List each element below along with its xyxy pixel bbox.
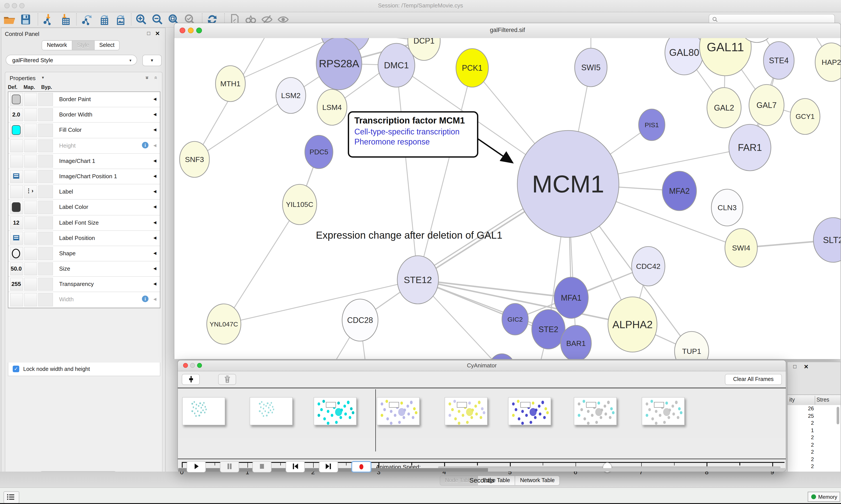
property-row[interactable]: Image/Chart Position 1◀	[8, 169, 160, 184]
frame-thumbnail-1[interactable]	[182, 397, 225, 425]
expand-property-icon[interactable]: ◀	[153, 97, 156, 101]
bypass-cell[interactable]	[38, 293, 53, 306]
mapping-cell[interactable]	[24, 231, 37, 245]
timeline[interactable]: 0123456789 Seconds	[178, 389, 786, 438]
table-row[interactable]: 2	[788, 419, 841, 427]
mapping-cell[interactable]	[24, 293, 37, 306]
bypass-cell[interactable]	[38, 124, 53, 137]
zoom-in-icon[interactable]	[135, 14, 147, 25]
bypass-cell[interactable]	[38, 201, 53, 214]
style-options-button[interactable]: ▼	[142, 55, 162, 66]
default-value[interactable]: 2.0	[9, 111, 23, 118]
default-value[interactable]: 255	[9, 281, 23, 287]
property-row[interactable]: Heighti◀	[8, 138, 160, 154]
mapping-cell[interactable]	[24, 139, 37, 152]
table-row[interactable]: 25	[788, 412, 841, 419]
property-row[interactable]: Widthi◀	[8, 292, 160, 308]
table-row[interactable]: 2	[788, 434, 841, 441]
property-row[interactable]: 50.0Size◀	[8, 262, 160, 277]
color-swatch[interactable]	[12, 125, 21, 135]
record-button[interactable]	[351, 461, 372, 472]
expand-property-icon[interactable]: ◀	[153, 282, 156, 286]
network-edge[interactable]	[195, 95, 291, 159]
open-session-icon[interactable]	[3, 14, 15, 25]
property-row[interactable]: Fill Color◀	[8, 123, 160, 138]
expand-property-icon[interactable]: ◀	[153, 220, 156, 224]
table-row[interactable]: 1	[788, 427, 841, 434]
cyanimator-titlebar[interactable]: CyAnimator	[178, 360, 786, 371]
network-window-titlebar[interactable]: galFiltered.sif	[174, 23, 841, 38]
position-icon[interactable]	[13, 174, 19, 179]
default-cell[interactable]	[10, 293, 23, 306]
property-row[interactable]: Label Position◀	[8, 231, 160, 246]
property-row[interactable]: ⋮›Label◀	[8, 184, 160, 200]
control-panel-close-icon[interactable]: ✕	[155, 30, 160, 37]
bypass-cell[interactable]	[38, 170, 53, 183]
property-row[interactable]: Image/Chart 1◀	[8, 154, 160, 169]
control-panel-float-icon[interactable]: □	[147, 30, 150, 36]
network-edge[interactable]	[418, 68, 472, 280]
property-row[interactable]: Label Color◀	[8, 200, 160, 215]
table-row[interactable]: 2	[788, 456, 841, 463]
export-network-icon[interactable]	[80, 14, 92, 25]
table-column-stress[interactable]: Stres	[817, 397, 829, 403]
skip-end-button[interactable]	[319, 461, 338, 472]
default-value[interactable]: 50.0	[9, 265, 23, 272]
stop-button[interactable]	[252, 461, 272, 472]
table-panel-close-icon[interactable]: ✕	[804, 363, 809, 370]
tab-select[interactable]: Select	[94, 40, 120, 50]
export-table-icon[interactable]	[97, 14, 109, 25]
collapse-all-icon[interactable]: »	[152, 76, 159, 79]
annotation-link[interactable]: Cell-type-specific transcription	[354, 127, 472, 137]
property-row[interactable]: 12Label Font Size◀	[8, 215, 160, 231]
color-swatch[interactable]	[12, 202, 21, 212]
expand-property-icon[interactable]: ◀	[153, 297, 156, 302]
bypass-cell[interactable]	[38, 155, 53, 168]
expand-property-icon[interactable]: ◀	[153, 143, 156, 147]
task-history-button[interactable]	[3, 491, 19, 504]
expand-property-icon[interactable]: ◀	[153, 189, 156, 194]
expand-property-icon[interactable]: ◀	[153, 159, 156, 163]
table-row[interactable]: 2	[788, 463, 841, 470]
expand-property-icon[interactable]: ◀	[153, 251, 156, 255]
property-row[interactable]: 2.0Border Width◀	[8, 107, 160, 123]
save-session-icon[interactable]	[20, 14, 32, 25]
frame-thumbnail-3[interactable]	[314, 397, 357, 425]
bypass-cell[interactable]	[38, 185, 53, 198]
mcm1-annotation[interactable]: Transcription factor MCM1 Cell-type-spec…	[348, 111, 478, 158]
mapping-cell[interactable]	[24, 155, 37, 168]
import-network-icon[interactable]	[42, 14, 54, 25]
network-edge[interactable]	[224, 204, 300, 324]
bypass-cell[interactable]	[38, 278, 53, 291]
frame-thumbnail-6[interactable]	[508, 397, 551, 425]
bypass-cell[interactable]	[38, 262, 53, 275]
mapping-cell[interactable]	[24, 216, 37, 229]
lock-size-checkbox[interactable]: ✓	[13, 366, 19, 372]
default-cell[interactable]	[10, 185, 23, 198]
expand-property-icon[interactable]: ◀	[153, 112, 156, 116]
delete-frame-button[interactable]	[218, 374, 236, 385]
playhead[interactable]	[375, 389, 376, 451]
mapping-cell[interactable]	[24, 247, 37, 260]
properties-header[interactable]: Properties	[10, 75, 36, 82]
color-swatch[interactable]	[12, 94, 21, 104]
info-icon[interactable]: i	[142, 142, 148, 148]
bypass-cell[interactable]	[38, 216, 53, 229]
table-row[interactable]: 2	[788, 448, 841, 456]
property-row[interactable]: Shape◀	[8, 246, 160, 262]
mapping-cell[interactable]	[24, 278, 37, 291]
annotation-link[interactable]: Pheromone response	[354, 137, 472, 147]
frame-thumbnail-8[interactable]	[642, 397, 685, 425]
style-selector[interactable]: galFiltered Style ▾	[6, 55, 137, 65]
ellipse-shape-icon[interactable]	[12, 249, 20, 258]
frame-thumbnail-4[interactable]	[377, 397, 419, 425]
mapping-cell[interactable]	[24, 170, 37, 183]
mapping-cell[interactable]	[24, 108, 37, 121]
bypass-cell[interactable]	[38, 93, 53, 106]
default-cell[interactable]	[10, 155, 23, 168]
expand-property-icon[interactable]: ◀	[153, 266, 156, 271]
discrete-mapping-icon[interactable]: ⋮›	[26, 187, 34, 194]
property-row[interactable]: 255Transparency◀	[8, 277, 160, 292]
default-value[interactable]: 12	[9, 219, 23, 226]
bypass-cell[interactable]	[38, 231, 53, 245]
